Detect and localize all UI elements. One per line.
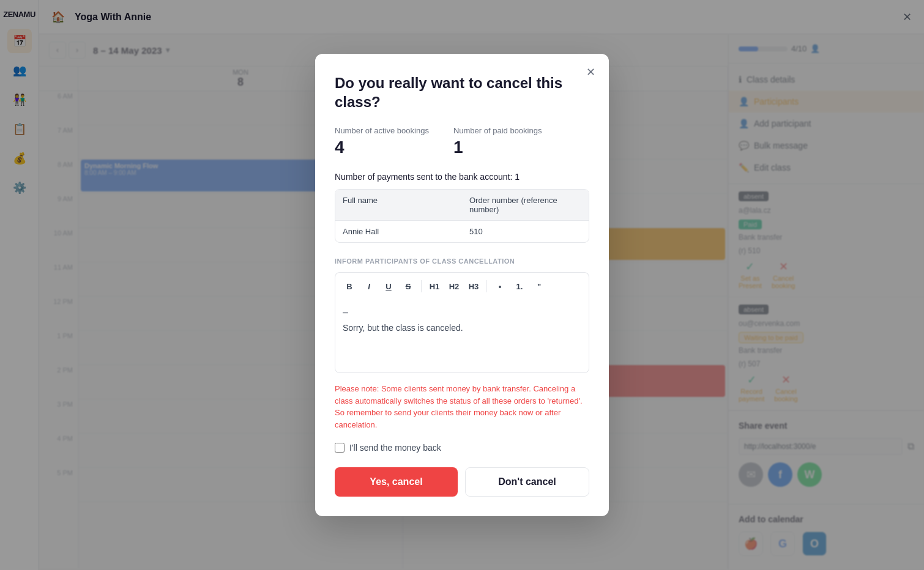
send-money-back-row: I'll send the money back: [335, 443, 589, 453]
modal-overlay[interactable]: ✕ Do you really want to cancel this clas…: [0, 0, 924, 570]
warning-text: Please note: Some clients sent money by …: [335, 383, 589, 431]
modal-stats: Number of active bookings 4 Number of pa…: [335, 126, 589, 157]
row-name: Annie Hall: [335, 221, 462, 242]
payments-table-header: Full name Order number (reference number…: [335, 190, 589, 220]
yes-cancel-button[interactable]: Yes, cancel: [335, 467, 458, 497]
rte-h3[interactable]: H3: [464, 278, 483, 295]
payments-table: Full name Order number (reference number…: [335, 189, 589, 243]
active-bookings-stat: Number of active bookings 4: [335, 126, 429, 157]
rte-toolbar: B I U S H1 H2 H3 • 1. ": [335, 272, 589, 300]
active-bookings-label: Number of active bookings: [335, 126, 429, 135]
rte-strikethrough[interactable]: S: [399, 278, 417, 295]
paid-bookings-stat: Number of paid bookings 1: [453, 126, 542, 157]
table-row-1: Annie Hall 510: [335, 220, 589, 242]
cancel-class-modal: ✕ Do you really want to cancel this clas…: [315, 54, 609, 516]
dont-cancel-button[interactable]: Don't cancel: [465, 467, 589, 497]
modal-actions: Yes, cancel Don't cancel: [335, 467, 589, 497]
rte-divider-2: [486, 280, 487, 292]
rte-blockquote[interactable]: ": [530, 278, 548, 295]
rte-bold[interactable]: B: [340, 278, 359, 295]
paid-bookings-value: 1: [453, 138, 542, 157]
row-order: 510: [462, 221, 589, 242]
rte-italic[interactable]: I: [360, 278, 378, 295]
send-money-checkbox[interactable]: [335, 443, 345, 453]
rte-h1[interactable]: H1: [425, 278, 444, 295]
paid-bookings-label: Number of paid bookings: [453, 126, 542, 135]
rte-ordered-list[interactable]: 1.: [510, 278, 529, 295]
modal-close-button[interactable]: ✕: [582, 64, 599, 81]
modal-title: Do you really want to cancel this class?: [335, 73, 589, 111]
rte-body[interactable]: – Sorry, but the class is canceled.: [335, 300, 589, 373]
col-fullname: Full name: [335, 190, 462, 220]
rte-h2[interactable]: H2: [445, 278, 463, 295]
rte-bullet-list[interactable]: •: [491, 278, 509, 295]
active-bookings-value: 4: [335, 138, 429, 157]
payments-note: Number of payments sent to the bank acco…: [335, 172, 589, 182]
rte-content: Sorry, but the class is canceled.: [343, 323, 581, 333]
col-order: Order number (reference number): [462, 190, 589, 220]
send-money-label[interactable]: I'll send the money back: [349, 443, 441, 453]
section-label: INFORM PARTICIPANTS OF CLASS CANCELLATIO…: [335, 257, 589, 265]
rte-underline[interactable]: U: [379, 278, 398, 295]
rte-divider-1: [421, 280, 422, 292]
rte-dash: –: [343, 307, 581, 318]
